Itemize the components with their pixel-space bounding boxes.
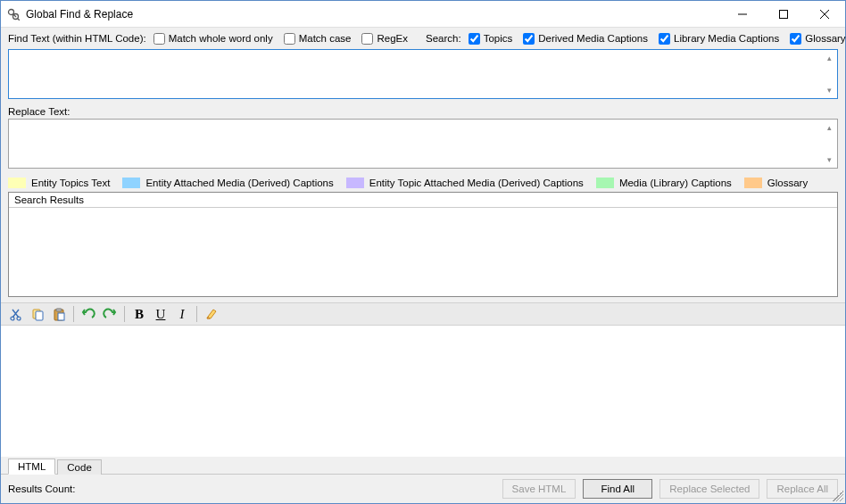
editor-area[interactable] <box>1 326 845 457</box>
legend-row: Entity Topics Text Entity Attached Media… <box>1 174 845 192</box>
results-count-label: Results Count: <box>8 483 75 494</box>
clear-format-button[interactable] <box>202 304 221 324</box>
search-derived-captions-input[interactable] <box>523 33 535 45</box>
maximize-button[interactable] <box>763 1 804 27</box>
scroll-down-icon[interactable]: ▾ <box>822 153 836 167</box>
search-label: Search: <box>426 33 461 44</box>
undo-button[interactable] <box>79 304 98 324</box>
replace-scrollbar[interactable]: ▴ ▾ <box>822 120 836 167</box>
svg-rect-14 <box>58 313 64 320</box>
tab-html[interactable]: HTML <box>8 459 55 475</box>
save-html-button[interactable]: Save HTML <box>502 479 576 499</box>
search-results-box: Search Results <box>8 192 838 297</box>
scroll-up-icon[interactable]: ▴ <box>822 51 836 65</box>
legend-glossary: Glossary <box>744 178 808 188</box>
legend-entity-topic-attached-label: Entity Topic Attached Media (Derived) Ca… <box>369 178 584 188</box>
redo-button[interactable] <box>100 304 120 324</box>
window-controls <box>722 1 845 27</box>
toolbar-separator <box>124 306 125 322</box>
find-text-area[interactable]: ▴ ▾ <box>8 49 838 99</box>
search-topics-label: Topics <box>484 33 513 44</box>
underline-button[interactable]: U <box>151 304 170 324</box>
search-derived-captions-label: Derived Media Captions <box>538 33 648 44</box>
swatch-blue <box>122 178 140 188</box>
svg-point-0 <box>9 9 14 14</box>
legend-entity-attached-label: Entity Attached Media (Derived) Captions <box>145 178 333 188</box>
find-text-label: Find Text (within HTML Code): <box>8 33 146 44</box>
editor-toolbar: B U I <box>1 302 845 326</box>
paste-button[interactable] <box>49 304 69 324</box>
resize-grip[interactable] <box>833 491 843 501</box>
match-whole-word-input[interactable] <box>153 33 165 45</box>
scroll-down-icon[interactable]: ▾ <box>822 83 836 97</box>
search-results-header: Search Results <box>9 193 837 208</box>
minimize-button[interactable] <box>722 1 763 27</box>
replace-all-button[interactable]: Replace All <box>767 479 838 499</box>
match-whole-word-label: Match whole word only <box>169 33 273 44</box>
search-library-captions-input[interactable] <box>659 33 670 45</box>
toolbar-separator <box>196 306 197 322</box>
search-glossary-checkbox[interactable]: Glossary <box>790 33 845 45</box>
window-frame: Global Find & Replace Find Text (within … <box>0 0 846 504</box>
svg-rect-5 <box>780 10 788 18</box>
copy-button[interactable] <box>28 304 47 324</box>
search-results-body[interactable] <box>9 208 837 293</box>
toolbar-separator <box>73 306 74 322</box>
cut-button[interactable] <box>6 304 26 324</box>
tab-code[interactable]: Code <box>57 459 102 475</box>
window-title: Global Find & Replace <box>26 8 133 21</box>
find-all-button[interactable]: Find All <box>583 479 652 499</box>
options-row: Find Text (within HTML Code): Match whol… <box>1 28 845 49</box>
search-library-captions-label: Library Media Captions <box>674 33 779 44</box>
swatch-lavender <box>346 178 364 188</box>
match-case-checkbox[interactable]: Match case <box>284 33 352 45</box>
replace-text-area[interactable]: ▴ ▾ <box>8 119 838 169</box>
replace-text-input[interactable] <box>9 120 821 168</box>
legend-glossary-label: Glossary <box>767 178 808 188</box>
search-topics-checkbox[interactable]: Topics <box>469 33 513 45</box>
replace-text-label: Replace Text: <box>1 104 845 119</box>
legend-entity-topics-label: Entity Topics Text <box>31 178 110 188</box>
search-derived-captions-checkbox[interactable]: Derived Media Captions <box>523 33 648 45</box>
find-scrollbar[interactable]: ▴ ▾ <box>822 51 836 97</box>
find-text-input[interactable] <box>9 50 821 98</box>
match-case-input[interactable] <box>284 33 295 45</box>
swatch-orange <box>744 178 762 188</box>
svg-rect-13 <box>56 309 62 311</box>
search-glossary-input[interactable] <box>790 33 801 45</box>
match-case-label: Match case <box>299 33 352 44</box>
regex-input[interactable] <box>361 33 373 45</box>
close-button[interactable] <box>804 1 845 27</box>
app-icon <box>6 7 21 21</box>
swatch-yellow <box>8 178 26 188</box>
search-library-captions-checkbox[interactable]: Library Media Captions <box>659 33 779 45</box>
legend-media-library-label: Media (Library) Captions <box>619 178 732 188</box>
titlebar: Global Find & Replace <box>1 1 845 28</box>
legend-media-library: Media (Library) Captions <box>596 178 732 188</box>
legend-entity-topics: Entity Topics Text <box>8 178 110 188</box>
svg-rect-11 <box>36 311 43 320</box>
editor-tabs: HTML Code <box>1 457 845 475</box>
search-topics-input[interactable] <box>469 33 480 45</box>
italic-button[interactable]: I <box>172 304 192 324</box>
search-glossary-label: Glossary <box>805 33 845 44</box>
legend-entity-topic-attached: Entity Topic Attached Media (Derived) Ca… <box>346 178 584 188</box>
regex-checkbox[interactable]: RegEx <box>361 33 408 45</box>
footer: Results Count: Save HTML Find All Replac… <box>1 475 845 503</box>
match-whole-word-checkbox[interactable]: Match whole word only <box>153 33 273 45</box>
regex-label: RegEx <box>377 33 408 44</box>
legend-entity-attached: Entity Attached Media (Derived) Captions <box>122 178 333 188</box>
replace-selected-button[interactable]: Replace Selected <box>659 479 759 499</box>
scroll-up-icon[interactable]: ▴ <box>822 120 836 135</box>
svg-line-3 <box>18 19 20 21</box>
bold-button[interactable]: B <box>129 304 149 324</box>
swatch-green <box>596 178 614 188</box>
